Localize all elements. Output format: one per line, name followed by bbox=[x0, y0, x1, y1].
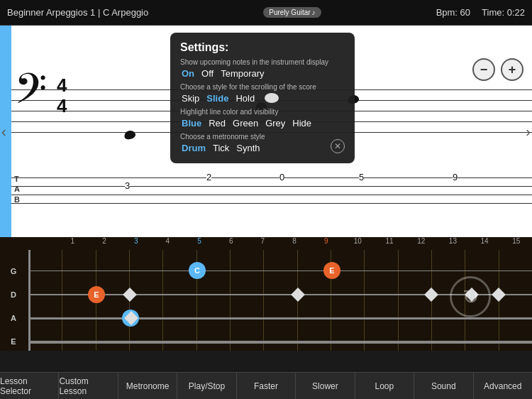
tab-line-2 bbox=[11, 186, 532, 187]
fret-pos-1: 1 bbox=[57, 237, 89, 250]
replay-button[interactable]: ↻ bbox=[450, 276, 491, 317]
fret-line-11 bbox=[398, 250, 399, 351]
highlight-grey[interactable]: Grey bbox=[264, 118, 287, 129]
fret-line-10 bbox=[364, 250, 365, 351]
highlight-red[interactable]: Red bbox=[207, 118, 227, 129]
diamond-d15 bbox=[492, 288, 506, 302]
fret-num-0: 0 bbox=[279, 172, 284, 182]
diamond-d12 bbox=[424, 288, 438, 302]
logo: Purely Guitar ♪ bbox=[263, 7, 321, 18]
fret-line-1 bbox=[62, 250, 62, 351]
string-g bbox=[28, 270, 532, 271]
fret-pos-5: 5 bbox=[184, 237, 216, 250]
highlight-blue[interactable]: Blue bbox=[180, 118, 203, 129]
diamond-d8 bbox=[291, 288, 305, 302]
metronome-options: Drum Tick Synth bbox=[180, 143, 345, 153]
string-e-label: E bbox=[0, 337, 27, 346]
zoom-in-button[interactable]: + bbox=[501, 58, 523, 81]
fret-line-4 bbox=[162, 250, 163, 351]
tab-label: TAB bbox=[14, 174, 20, 204]
note-1 bbox=[123, 129, 137, 141]
string-e bbox=[28, 341, 532, 344]
metronome-tick[interactable]: Tick bbox=[211, 143, 231, 153]
tab-line-3 bbox=[11, 195, 532, 195]
nut-line bbox=[28, 250, 31, 351]
fret-pos-14: 14 bbox=[469, 237, 501, 250]
tab-line-4 bbox=[11, 203, 532, 204]
zoom-out-button[interactable]: − bbox=[472, 58, 495, 81]
metronome-drum[interactable]: Drum bbox=[180, 143, 207, 153]
fret-pos-2: 2 bbox=[89, 237, 121, 250]
time-display: Time: 0:22 bbox=[482, 7, 525, 18]
faster-button[interactable]: Faster bbox=[237, 373, 296, 399]
scroll-options: Skip Slide Hold bbox=[180, 93, 345, 104]
time-signature: 4 4 bbox=[57, 75, 67, 116]
scroll-hold[interactable]: Hold bbox=[234, 93, 256, 104]
lesson-selector-button[interactable]: Lesson Selector bbox=[0, 373, 59, 399]
fret-line-6 bbox=[230, 250, 231, 351]
fret-line-7 bbox=[263, 250, 264, 351]
metronome-label: Choose a metronome style bbox=[180, 133, 345, 141]
upcoming-options: On Off Temporary bbox=[180, 68, 345, 79]
fret-num-5: 5 bbox=[359, 172, 364, 182]
upcoming-off[interactable]: Off bbox=[200, 68, 215, 79]
time-top: 4 bbox=[57, 75, 67, 96]
logo-icon: ♪ bbox=[312, 9, 316, 16]
marker-d2-e: E bbox=[88, 286, 105, 303]
advanced-button[interactable]: Advanced bbox=[474, 373, 532, 399]
play-stop-button[interactable]: Play/Stop bbox=[177, 373, 236, 399]
bass-clef: 𝄢 bbox=[14, 68, 47, 119]
upcoming-on[interactable]: On bbox=[180, 68, 196, 79]
marker-g9-e: E bbox=[323, 262, 340, 279]
nav-right-arrow[interactable]: › bbox=[526, 124, 531, 140]
marker-g5-c: C bbox=[189, 262, 206, 279]
settings-popup: Settings: Show upcoming notes in the ins… bbox=[170, 33, 355, 163]
fret-numbers: 1 2 3 4 5 6 7 8 9 10 11 12 13 14 15 bbox=[28, 237, 532, 250]
time-bottom: 4 bbox=[57, 96, 67, 116]
fret-pos-6: 6 bbox=[215, 237, 247, 250]
highlight-label: Highlight line color and visibility bbox=[180, 108, 345, 116]
replay-icon: ↻ bbox=[462, 285, 479, 309]
fretboard: 1 2 3 4 5 6 7 8 9 10 11 12 13 14 15 (fun… bbox=[0, 237, 532, 351]
fret-pos-10: 10 bbox=[342, 237, 374, 250]
highlight-hide[interactable]: Hide bbox=[291, 118, 313, 129]
fret-pos-3: 3 bbox=[120, 237, 152, 250]
upcoming-temporary[interactable]: Temporary bbox=[219, 68, 265, 79]
fret-pos-7: 7 bbox=[247, 237, 279, 250]
loop-button[interactable]: Loop bbox=[355, 373, 414, 399]
toolbar: Lesson Selector Custom Lesson Metronome … bbox=[0, 372, 532, 399]
highlight-green[interactable]: Green bbox=[231, 118, 260, 129]
fret-pos-11: 11 bbox=[374, 237, 406, 250]
metronome-button[interactable]: Metronome bbox=[118, 373, 177, 399]
metronome-synth[interactable]: Synth bbox=[235, 143, 261, 153]
scroll-label: Choose a style for the scrolling of the … bbox=[180, 83, 345, 91]
scroll-skip[interactable]: Skip bbox=[180, 93, 201, 104]
upcoming-notes-label: Show upcoming notes in the instrument di… bbox=[180, 58, 345, 66]
diamond-d4 bbox=[123, 288, 137, 302]
slower-button[interactable]: Slower bbox=[296, 373, 355, 399]
fret-num-9: 9 bbox=[453, 172, 458, 182]
fret-num-2: 2 bbox=[206, 172, 211, 182]
nav-left-arrow[interactable]: ‹ bbox=[1, 124, 6, 140]
header-right: Bpm: 60 Time: 0:22 bbox=[436, 7, 525, 18]
fret-pos-4: 4 bbox=[152, 237, 184, 250]
scroll-indicator bbox=[265, 93, 279, 103]
score-area: 𝄢 4 4 TAB 3 2 0 5 9 ‹ › − + Settings: Sh… bbox=[0, 26, 532, 237]
settings-close-button[interactable]: ✕ bbox=[331, 139, 345, 153]
header-title: Beginner Arpeggios 1 | C Arpeggio bbox=[7, 7, 148, 18]
string-a-label: A bbox=[0, 314, 27, 322]
sound-button[interactable]: Sound bbox=[414, 373, 473, 399]
string-g-label: G bbox=[0, 267, 27, 275]
fret-pos-9: 9 bbox=[310, 237, 342, 250]
scroll-slide[interactable]: Slide bbox=[205, 93, 230, 104]
fret-pos-13: 13 bbox=[437, 237, 469, 250]
bpm-display: Bpm: 60 bbox=[436, 7, 470, 18]
highlight-options: Blue Red Green Grey Hide bbox=[180, 118, 345, 129]
string-d-label: D bbox=[0, 290, 27, 299]
fret-num-3: 3 bbox=[125, 180, 130, 191]
tab-area: TAB 3 2 0 5 9 bbox=[11, 170, 532, 209]
custom-lesson-button[interactable]: Custom Lesson bbox=[59, 373, 118, 399]
string-a bbox=[28, 317, 532, 319]
header: Beginner Arpeggios 1 | C Arpeggio Purely… bbox=[0, 0, 532, 26]
fret-pos-15: 15 bbox=[500, 237, 532, 250]
